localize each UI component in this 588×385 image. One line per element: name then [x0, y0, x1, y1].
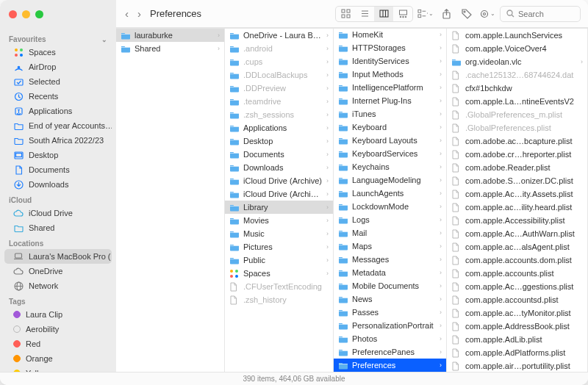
file-row[interactable]: Photos› [334, 332, 446, 345]
gallery-view-button[interactable] [393, 6, 412, 22]
search-input[interactable] [518, 10, 574, 18]
file-row[interactable]: IntelligencePlatform› [334, 81, 446, 94]
search-field[interactable] [500, 6, 581, 22]
file-row[interactable]: com.apple.ac…ility.heard.plist [447, 201, 587, 214]
file-row[interactable]: Music› [225, 227, 333, 240]
file-row[interactable]: com.adobe.S…onizer.DC.plist [447, 174, 587, 187]
column-view-button[interactable] [374, 6, 393, 22]
file-row[interactable]: .teamdrive› [225, 95, 333, 108]
file-row[interactable]: Mobile Documents› [334, 279, 446, 292]
file-row[interactable]: .cache125132…68744624.dat [447, 68, 587, 82]
back-button[interactable]: ‹ [125, 7, 129, 20]
file-row[interactable]: HomeKit› [334, 29, 446, 41]
file-row[interactable]: com.apple.ac…alsAgent.plist [447, 240, 587, 253]
file-row[interactable]: com.apple.ac…tyMonitor.plist [447, 306, 587, 320]
sidebar-item[interactable]: Desktop [4, 148, 112, 162]
file-row[interactable]: HTTPStorages› [334, 41, 446, 54]
file-row[interactable]: Mail› [334, 226, 446, 240]
sidebar-item[interactable]: Recents [4, 89, 112, 104]
sidebar-item[interactable]: Aerobility [4, 322, 112, 337]
file-row[interactable]: News› [334, 292, 446, 306]
sidebar-item[interactable]: Applications [4, 104, 112, 118]
file-row[interactable]: Documents› [225, 148, 333, 161]
file-row[interactable]: .DDPreview› [225, 82, 333, 95]
sidebar-item[interactable]: End of year Accounts… [4, 118, 112, 133]
group-by-button[interactable]: ⌄ [417, 6, 434, 22]
sidebar-item[interactable]: Laura Clip [4, 307, 112, 322]
file-row[interactable]: Passes› [334, 306, 446, 319]
file-row[interactable]: Pictures› [225, 240, 333, 253]
sidebar-item[interactable]: Downloads [4, 177, 112, 192]
file-row[interactable]: Spaces› [225, 267, 333, 280]
file-row[interactable]: OneDrive - Laura Burke› [225, 29, 333, 42]
file-row[interactable]: com.apple.accounts.dom.plist [447, 253, 587, 267]
file-row[interactable]: org.videolan.vlc› [447, 55, 587, 68]
sidebar-item[interactable]: Laura's MacBook Pro (… [4, 249, 112, 264]
file-row[interactable]: .GlobalPreferences.plist [447, 121, 587, 134]
file-row[interactable]: iTunes› [334, 107, 446, 120]
action-button[interactable]: ⌄ [479, 6, 495, 22]
file-row[interactable]: LanguageModeling› [334, 173, 446, 187]
close-window-button[interactable] [9, 10, 17, 18]
sidebar-item[interactable]: Orange [4, 351, 112, 366]
file-row[interactable]: com.apple.Ac…AuthWarn.plist [447, 227, 587, 240]
sidebar-item[interactable]: iCloud Drive [4, 206, 112, 220]
sidebar-item[interactable]: Documents [4, 162, 112, 177]
file-row[interactable]: PersonalizationPortrait› [334, 319, 446, 332]
sidebar-item[interactable]: Network [4, 278, 112, 293]
file-row[interactable]: Messages› [334, 253, 446, 266]
tag-button[interactable] [459, 6, 475, 22]
file-row[interactable]: com.apple.Ac…ggestions.plist [447, 280, 587, 293]
file-row[interactable]: com.apple.Accessibility.plist [447, 214, 587, 227]
file-row[interactable]: Public› [225, 253, 333, 267]
file-row[interactable]: com.apple.Ac…ity.Assets.plist [447, 187, 587, 201]
file-row[interactable]: com.apple.AdLib.plist [447, 333, 587, 346]
file-row[interactable]: Maps› [334, 240, 446, 253]
file-row[interactable]: com.apple.LaunchServices [447, 29, 587, 42]
sidebar-item[interactable]: AirDrop [4, 60, 112, 74]
icon-view-button[interactable] [336, 6, 355, 22]
file-row[interactable]: Downloads› [225, 161, 333, 174]
file-row[interactable]: Preferences› [334, 359, 446, 372]
column-2[interactable]: Fonts›FrontBoard›GameKit›Google›Group Co… [334, 29, 447, 372]
file-row[interactable]: .android› [225, 42, 333, 55]
file-row[interactable]: com.apple.accountsd.plist [447, 293, 587, 306]
file-row[interactable]: .DDLocalBackups› [225, 68, 333, 82]
file-row[interactable]: com.adobe.ac…bcapture.plist [447, 134, 587, 148]
file-row[interactable]: com.apple.La…ntineEventsV2 [447, 95, 587, 108]
file-row[interactable]: PreferencePanes› [334, 345, 446, 359]
sidebar-item[interactable]: Selected [4, 74, 112, 89]
file-row[interactable]: Keyboard Layouts› [334, 134, 446, 147]
file-row[interactable]: .zsh_sessions› [225, 108, 333, 121]
file-row[interactable]: Input Methods› [334, 68, 446, 81]
sidebar-item[interactable]: Spaces [4, 45, 112, 60]
file-row[interactable]: com.apple.accounts.plist [447, 267, 587, 280]
sidebar-item[interactable]: Yellow [4, 366, 112, 372]
file-row[interactable]: Movies› [225, 214, 333, 227]
sidebar-item[interactable]: Shared [4, 220, 112, 235]
column-0[interactable]: lauraburke›Shared› [116, 29, 225, 372]
share-button[interactable] [438, 6, 454, 22]
list-view-button[interactable] [355, 6, 374, 22]
file-row[interactable]: com.adobe.cr…hreporter.plist [447, 148, 587, 161]
file-row[interactable]: Applications› [225, 121, 333, 134]
file-row[interactable]: KeyboardServices› [334, 147, 446, 160]
file-row[interactable]: Shared› [116, 42, 224, 55]
file-row[interactable]: Keychains› [334, 160, 446, 173]
file-row[interactable]: Desktop› [225, 134, 333, 148]
file-row[interactable]: .cups› [225, 55, 333, 68]
file-row[interactable]: .zsh_history [225, 293, 333, 306]
file-row[interactable]: LockdownMode› [334, 200, 446, 213]
file-row[interactable]: com.apple.air…portutility.plist [447, 359, 587, 372]
file-row[interactable]: iCloud Drive (Archive) - 1› [225, 187, 333, 201]
file-row[interactable]: .CFUserTextEncoding [225, 280, 333, 293]
file-row[interactable]: IdentityServices› [334, 54, 446, 68]
column-1[interactable]: OneDrive - Laura Burke›.android›.cups›.D… [225, 29, 334, 372]
file-row[interactable]: Internet Plug-Ins› [334, 94, 446, 107]
column-3[interactable]: com.apple.LaunchServicescom.apple.VoiceO… [447, 29, 588, 372]
zoom-window-button[interactable] [35, 10, 43, 18]
file-row[interactable]: .GlobalPreferences_m.plist [447, 108, 587, 121]
file-row[interactable]: com.apple.VoiceOver4 [447, 42, 587, 55]
sidebar-item[interactable]: OneDrive [4, 264, 112, 278]
file-row[interactable]: Library› [225, 201, 333, 214]
